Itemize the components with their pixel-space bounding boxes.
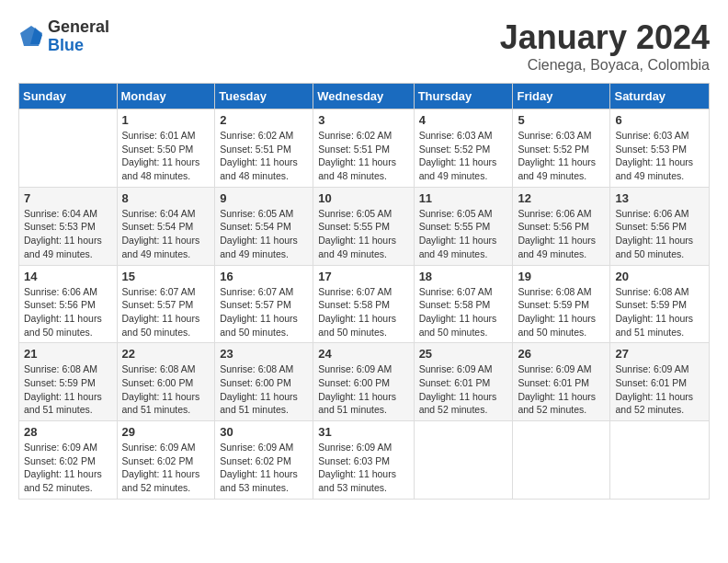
day-info: Sunrise: 6:05 AMSunset: 5:55 PMDaylight:…	[318, 207, 408, 261]
calendar-cell: 15Sunrise: 6:07 AMSunset: 5:57 PMDayligh…	[117, 265, 215, 343]
day-number: 2	[220, 113, 308, 127]
day-info: Sunrise: 6:06 AMSunset: 5:56 PMDaylight:…	[615, 207, 704, 261]
calendar-week-row: 7Sunrise: 6:04 AMSunset: 5:53 PMDaylight…	[19, 187, 710, 265]
day-number: 1	[122, 113, 210, 127]
day-number: 13	[615, 191, 704, 205]
main-title: January 2024	[500, 18, 710, 57]
weekday-header: Wednesday	[313, 84, 414, 109]
calendar-cell: 26Sunrise: 6:09 AMSunset: 6:01 PMDayligh…	[513, 343, 610, 421]
day-number: 19	[518, 270, 605, 283]
title-block: January 2024 Cienega, Boyaca, Colombia	[500, 18, 710, 74]
calendar-header: SundayMondayTuesdayWednesdayThursdayFrid…	[19, 84, 710, 109]
logo: General Blue	[18, 18, 109, 55]
day-info: Sunrise: 6:02 AMSunset: 5:51 PMDaylight:…	[318, 129, 408, 183]
calendar-cell: 13Sunrise: 6:06 AMSunset: 5:56 PMDayligh…	[610, 187, 710, 265]
day-number: 4	[419, 113, 508, 127]
day-info: Sunrise: 6:09 AMSunset: 6:01 PMDaylight:…	[615, 362, 704, 417]
weekday-header: Sunday	[19, 84, 118, 109]
calendar-cell: 29Sunrise: 6:09 AMSunset: 6:02 PMDayligh…	[117, 421, 215, 500]
day-number: 30	[220, 425, 308, 439]
day-number: 29	[122, 425, 210, 439]
calendar-cell	[513, 421, 610, 500]
day-info: Sunrise: 6:07 AMSunset: 5:58 PMDaylight:…	[318, 285, 408, 339]
day-info: Sunrise: 6:07 AMSunset: 5:57 PMDaylight:…	[122, 285, 210, 339]
day-number: 22	[122, 347, 210, 361]
day-number: 9	[220, 191, 308, 205]
day-info: Sunrise: 6:09 AMSunset: 6:01 PMDaylight:…	[518, 362, 605, 417]
day-number: 16	[220, 270, 308, 283]
calendar-cell: 25Sunrise: 6:09 AMSunset: 6:01 PMDayligh…	[414, 343, 513, 421]
day-info: Sunrise: 6:02 AMSunset: 5:51 PMDaylight:…	[220, 129, 308, 183]
day-number: 15	[122, 270, 210, 283]
calendar-cell: 9Sunrise: 6:05 AMSunset: 5:54 PMDaylight…	[215, 187, 313, 265]
day-number: 5	[518, 113, 605, 127]
day-info: Sunrise: 6:01 AMSunset: 5:50 PMDaylight:…	[122, 129, 210, 183]
calendar-week-row: 1Sunrise: 6:01 AMSunset: 5:50 PMDaylight…	[19, 109, 710, 188]
calendar-cell: 3Sunrise: 6:02 AMSunset: 5:51 PMDaylight…	[313, 109, 414, 188]
page-header: General Blue January 2024 Cienega, Boyac…	[18, 18, 710, 74]
day-number: 28	[24, 425, 112, 439]
logo-icon	[18, 24, 44, 50]
day-number: 25	[419, 347, 508, 361]
day-number: 12	[518, 191, 605, 205]
day-info: Sunrise: 6:09 AMSunset: 6:02 PMDaylight:…	[122, 441, 210, 495]
day-info: Sunrise: 6:08 AMSunset: 5:59 PMDaylight:…	[615, 285, 704, 339]
day-number: 18	[419, 270, 508, 283]
day-info: Sunrise: 6:04 AMSunset: 5:53 PMDaylight:…	[24, 207, 112, 261]
day-number: 3	[318, 113, 408, 127]
calendar-cell: 17Sunrise: 6:07 AMSunset: 5:58 PMDayligh…	[313, 265, 414, 343]
day-number: 10	[318, 191, 408, 205]
day-number: 31	[318, 425, 408, 439]
calendar-week-row: 14Sunrise: 6:06 AMSunset: 5:56 PMDayligh…	[19, 265, 710, 343]
calendar-week-row: 28Sunrise: 6:09 AMSunset: 6:02 PMDayligh…	[19, 421, 710, 500]
calendar-cell	[414, 421, 513, 500]
day-number: 14	[24, 270, 112, 283]
calendar-cell: 20Sunrise: 6:08 AMSunset: 5:59 PMDayligh…	[610, 265, 710, 343]
weekday-header: Thursday	[414, 84, 513, 109]
calendar-cell: 31Sunrise: 6:09 AMSunset: 6:03 PMDayligh…	[313, 421, 414, 500]
day-info: Sunrise: 6:07 AMSunset: 5:57 PMDaylight:…	[220, 285, 308, 339]
calendar-cell: 27Sunrise: 6:09 AMSunset: 6:01 PMDayligh…	[610, 343, 710, 421]
day-info: Sunrise: 6:08 AMSunset: 6:00 PMDaylight:…	[220, 362, 308, 417]
calendar-cell: 10Sunrise: 6:05 AMSunset: 5:55 PMDayligh…	[313, 187, 414, 265]
calendar-table: SundayMondayTuesdayWednesdayThursdayFrid…	[18, 83, 710, 500]
calendar-cell: 12Sunrise: 6:06 AMSunset: 5:56 PMDayligh…	[513, 187, 610, 265]
logo-blue-text: Blue	[48, 37, 109, 55]
day-number: 24	[318, 347, 408, 361]
day-number: 6	[615, 113, 704, 127]
calendar-cell: 4Sunrise: 6:03 AMSunset: 5:52 PMDaylight…	[414, 109, 513, 188]
day-number: 7	[24, 191, 112, 205]
calendar-cell: 5Sunrise: 6:03 AMSunset: 5:52 PMDaylight…	[513, 109, 610, 188]
day-info: Sunrise: 6:09 AMSunset: 6:02 PMDaylight:…	[220, 441, 308, 495]
day-number: 17	[318, 270, 408, 283]
calendar-cell	[610, 421, 710, 500]
calendar-week-row: 21Sunrise: 6:08 AMSunset: 5:59 PMDayligh…	[19, 343, 710, 421]
day-info: Sunrise: 6:08 AMSunset: 5:59 PMDaylight:…	[518, 285, 605, 339]
day-info: Sunrise: 6:04 AMSunset: 5:54 PMDaylight:…	[122, 207, 210, 261]
day-number: 23	[220, 347, 308, 361]
calendar-cell: 19Sunrise: 6:08 AMSunset: 5:59 PMDayligh…	[513, 265, 610, 343]
day-number: 8	[122, 191, 210, 205]
calendar-cell: 11Sunrise: 6:05 AMSunset: 5:55 PMDayligh…	[414, 187, 513, 265]
calendar-cell	[19, 109, 118, 188]
calendar-cell: 8Sunrise: 6:04 AMSunset: 5:54 PMDaylight…	[117, 187, 215, 265]
day-number: 26	[518, 347, 605, 361]
weekday-header: Friday	[513, 84, 610, 109]
logo-general-text: General	[48, 18, 109, 37]
day-info: Sunrise: 6:03 AMSunset: 5:52 PMDaylight:…	[518, 129, 605, 183]
calendar-cell: 16Sunrise: 6:07 AMSunset: 5:57 PMDayligh…	[215, 265, 313, 343]
calendar-cell: 7Sunrise: 6:04 AMSunset: 5:53 PMDaylight…	[19, 187, 118, 265]
calendar-cell: 18Sunrise: 6:07 AMSunset: 5:58 PMDayligh…	[414, 265, 513, 343]
weekday-header: Tuesday	[215, 84, 313, 109]
day-info: Sunrise: 6:06 AMSunset: 5:56 PMDaylight:…	[24, 285, 112, 339]
day-number: 11	[419, 191, 508, 205]
weekday-header: Monday	[117, 84, 215, 109]
calendar-cell: 22Sunrise: 6:08 AMSunset: 6:00 PMDayligh…	[117, 343, 215, 421]
calendar-cell: 1Sunrise: 6:01 AMSunset: 5:50 PMDaylight…	[117, 109, 215, 188]
day-info: Sunrise: 6:09 AMSunset: 6:01 PMDaylight:…	[419, 362, 508, 417]
day-number: 20	[615, 270, 704, 283]
day-info: Sunrise: 6:03 AMSunset: 5:53 PMDaylight:…	[615, 129, 704, 183]
day-info: Sunrise: 6:05 AMSunset: 5:55 PMDaylight:…	[419, 207, 508, 261]
calendar-cell: 14Sunrise: 6:06 AMSunset: 5:56 PMDayligh…	[19, 265, 118, 343]
day-info: Sunrise: 6:07 AMSunset: 5:58 PMDaylight:…	[419, 285, 508, 339]
